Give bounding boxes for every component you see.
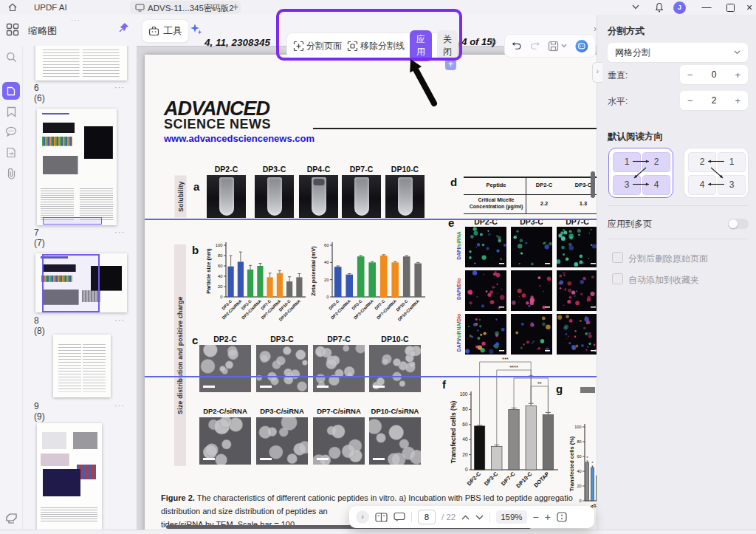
tab-updf-ai[interactable]: UPDF AI xyxy=(34,3,67,12)
page-number-input[interactable] xyxy=(418,510,436,524)
page-thumbnail-label: 7 (7) xyxy=(34,227,45,248)
svg-text:80: 80 xyxy=(577,439,581,444)
split-preview-line-2[interactable] xyxy=(145,376,597,377)
horizontal-value[interactable]: 2 xyxy=(712,95,717,106)
svg-text:0: 0 xyxy=(465,467,468,472)
thumbnail-more-button[interactable]: ··· xyxy=(114,315,125,324)
tem-image xyxy=(199,345,251,392)
table-line xyxy=(464,177,597,178)
ai-assistant-icon[interactable] xyxy=(575,38,588,54)
print-export-icon[interactable] xyxy=(5,513,18,524)
thumbnail-more-button[interactable]: ··· xyxy=(114,227,125,236)
zoom-level[interactable]: 159% xyxy=(496,510,526,524)
page-thumbnail[interactable] xyxy=(37,109,117,225)
page-thumbnail-label: 6 (6) xyxy=(34,83,45,103)
redo-icon[interactable] xyxy=(530,41,540,51)
pin-icon[interactable] xyxy=(118,22,129,33)
horizontal-plus-button[interactable]: + xyxy=(735,95,740,106)
panel-resize-handle[interactable]: ··· xyxy=(71,16,80,24)
grid-menu-icon[interactable] xyxy=(6,23,19,36)
svg-text:Transfected cells (%): Transfected cells (%) xyxy=(568,436,575,491)
tem-image xyxy=(313,417,365,465)
fluorescence-image xyxy=(465,314,506,355)
thumbnail-panel-title: 缩略图 xyxy=(28,24,57,38)
table-line xyxy=(526,177,526,213)
add-split-line-button[interactable]: + xyxy=(445,59,456,70)
close-split-button[interactable]: 关闭 xyxy=(437,30,458,61)
avatar[interactable]: J xyxy=(673,1,686,14)
view-options-icon[interactable] xyxy=(557,512,567,522)
reading-direction-option[interactable]: 1234 xyxy=(608,148,673,198)
panel-letter-d: d xyxy=(450,176,457,188)
chevron-down-icon[interactable] xyxy=(632,4,639,10)
ai-sparkle-icon[interactable] xyxy=(190,22,203,35)
attachment-icon[interactable] xyxy=(7,168,16,179)
expand-toolbar-button[interactable]: › xyxy=(356,510,369,524)
vertical-value[interactable]: 0 xyxy=(712,69,717,80)
panel-divider xyxy=(608,205,748,206)
direction-cell: 3 xyxy=(718,175,746,195)
maximize-button[interactable] xyxy=(722,0,738,15)
split-page-button[interactable]: 分割页面 xyxy=(293,40,342,52)
split-toolbar-group: 分割页面 移除分割线 应用 关闭 xyxy=(286,32,452,59)
apply-multipage-toggle[interactable] xyxy=(728,219,749,229)
search-icon[interactable] xyxy=(6,52,17,63)
page-thumbnail[interactable] xyxy=(35,44,127,81)
page-up-chevron-icon[interactable] xyxy=(461,515,470,520)
vertical-plus-button[interactable]: + xyxy=(735,69,740,81)
undo-icon[interactable] xyxy=(512,41,522,51)
page-thumbnail[interactable] xyxy=(53,335,111,397)
split-method-dropdown[interactable]: 网格分割 xyxy=(608,43,748,62)
save-dropdown-chevron-icon[interactable] xyxy=(561,44,567,48)
split-preview-line-1[interactable] xyxy=(145,219,597,220)
page-total-label: / 22 xyxy=(441,513,456,521)
tem-label: DP10-C xyxy=(369,335,421,343)
panel-collapse-tab[interactable]: › xyxy=(592,62,602,83)
svg-text:Zeta potential (mV): Zeta potential (mV) xyxy=(310,246,317,296)
panel-letter-f: f xyxy=(442,378,446,391)
bell-icon[interactable] xyxy=(654,2,664,13)
remove-split-line-button[interactable]: 移除分割线 xyxy=(347,40,405,52)
page-thumbnail-label: 9 (9) xyxy=(34,401,45,422)
horizontal-stepper: − 2 + xyxy=(680,91,748,110)
fluorescence-image xyxy=(511,227,552,267)
thumbnail-more-button[interactable]: ··· xyxy=(114,83,125,92)
svg-text:60: 60 xyxy=(462,422,468,427)
sidebar-item-thumbnails-active[interactable] xyxy=(2,82,20,100)
thumbnail-more-button[interactable]: ··· xyxy=(114,401,125,410)
svg-text:40: 40 xyxy=(462,437,468,442)
annotation-bubble-icon[interactable] xyxy=(394,512,405,522)
minimize-button[interactable]: — xyxy=(698,0,715,15)
zoom-in-button[interactable]: + xyxy=(545,512,551,522)
panel-letter-e: e xyxy=(448,216,454,229)
save-button[interactable] xyxy=(548,41,567,52)
tube-shape xyxy=(398,177,413,216)
home-icon[interactable] xyxy=(7,2,18,13)
logo-rule xyxy=(313,128,597,129)
chart-transfection: 020406080100Transfected cells (%)DP2-CDP… xyxy=(449,357,560,502)
page-down-chevron-icon[interactable] xyxy=(475,515,484,520)
comment-icon[interactable] xyxy=(5,126,17,137)
direction-cell: 1 xyxy=(613,152,641,172)
page-extract-icon[interactable] xyxy=(6,147,16,158)
bookmark-icon[interactable] xyxy=(7,106,16,117)
tools-button[interactable]: 工具 xyxy=(142,19,189,43)
delete-original-checkbox[interactable] xyxy=(612,252,623,263)
vertical-minus-button[interactable]: − xyxy=(687,69,693,81)
add-favorites-checkbox[interactable] xyxy=(612,273,623,284)
page-thumbnail[interactable] xyxy=(37,423,102,530)
close-window-button[interactable]: × xyxy=(741,0,756,15)
horizontal-minus-button[interactable]: − xyxy=(687,95,693,106)
panel-letter-g: g xyxy=(556,383,563,395)
vertical-scrollbar-thumb[interactable] xyxy=(591,171,595,198)
apply-button[interactable]: 应用 xyxy=(410,30,432,61)
document-viewport[interactable]: ADVANCED SCIENCE NEWS www.advancedscienc… xyxy=(137,46,597,530)
zoom-out-button[interactable]: − xyxy=(533,512,539,522)
svg-text:100: 100 xyxy=(460,391,468,397)
svg-text:0: 0 xyxy=(326,295,329,299)
tube-label: DP3-C xyxy=(255,165,294,174)
reading-direction-option[interactable]: 2143 xyxy=(684,148,749,198)
page-spread-icon[interactable] xyxy=(375,513,388,522)
table-line xyxy=(464,194,597,195)
tube-photo xyxy=(385,175,425,218)
